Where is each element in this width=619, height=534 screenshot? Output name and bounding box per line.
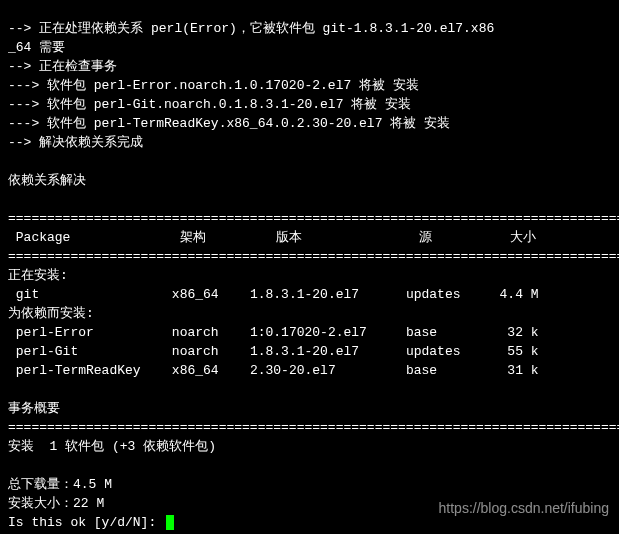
log-line: ---> 软件包 perl-Error.noarch.1.0.17020-2.e… xyxy=(8,78,419,93)
terminal-output: --> 正在处理依赖关系 perl(Error)，它被软件包 git-1.8.3… xyxy=(0,0,619,534)
row-err-repo: base xyxy=(406,325,437,340)
log-line: --> 正在检查事务 xyxy=(8,59,117,74)
confirm-prompt[interactable]: Is this ok [y/d/N]: xyxy=(8,515,164,530)
row-trk-ver: 2.30-20.el7 xyxy=(250,363,336,378)
row-trk-arch: x86_64 xyxy=(172,363,219,378)
log-line: ---> 软件包 perl-TermReadKey.x86_64.0.2.30-… xyxy=(8,116,450,131)
row-err-name: perl-Error xyxy=(8,325,94,340)
row-pgit-ver: 1.8.3.1-20.el7 xyxy=(250,344,359,359)
summary-heading: 事务概要 xyxy=(8,401,60,416)
section-deps: 为依赖而安装: xyxy=(8,306,94,321)
row-trk-repo: base xyxy=(406,363,437,378)
col-arch: 架构 xyxy=(180,230,206,245)
divider: ========================================… xyxy=(8,420,619,435)
row-pgit-name: perl-Git xyxy=(8,344,78,359)
row-git-name: git xyxy=(8,287,39,302)
col-ver: 版本 xyxy=(276,230,302,245)
section-installing: 正在安装: xyxy=(8,268,68,283)
row-pgit-repo: updates xyxy=(406,344,461,359)
row-pgit-size: 55 k xyxy=(500,344,539,359)
row-pgit-arch: noarch xyxy=(172,344,219,359)
total-download: 总下载量：4.5 M xyxy=(8,477,112,492)
row-err-size: 32 k xyxy=(500,325,539,340)
row-git-ver: 1.8.3.1-20.el7 xyxy=(250,287,359,302)
resolved-heading: 依赖关系解决 xyxy=(8,173,86,188)
col-size: 大小 xyxy=(510,230,536,245)
row-trk-name: perl-TermReadKey xyxy=(8,363,141,378)
col-repo: 源 xyxy=(419,230,432,245)
divider: ========================================… xyxy=(8,249,619,264)
install-size: 安装大小：22 M xyxy=(8,496,104,511)
install-summary: 安装 1 软件包 (+3 依赖软件包) xyxy=(8,439,216,454)
watermark: https://blog.csdn.net/ifubing xyxy=(439,499,609,518)
row-trk-size: 31 k xyxy=(500,363,539,378)
log-line: _64 需要 xyxy=(8,40,65,55)
log-line: ---> 软件包 perl-Git.noarch.0.1.8.3.1-20.el… xyxy=(8,97,411,112)
cursor-block xyxy=(166,515,174,530)
row-git-repo: updates xyxy=(406,287,461,302)
col-pkg: Package xyxy=(8,230,70,245)
row-git-size: 4.4 M xyxy=(500,287,539,302)
row-err-ver: 1:0.17020-2.el7 xyxy=(250,325,367,340)
divider: ========================================… xyxy=(8,211,619,226)
row-git-arch: x86_64 xyxy=(172,287,219,302)
log-line: --> 正在处理依赖关系 perl(Error)，它被软件包 git-1.8.3… xyxy=(8,21,494,36)
log-line: --> 解决依赖关系完成 xyxy=(8,135,143,150)
row-err-arch: noarch xyxy=(172,325,219,340)
